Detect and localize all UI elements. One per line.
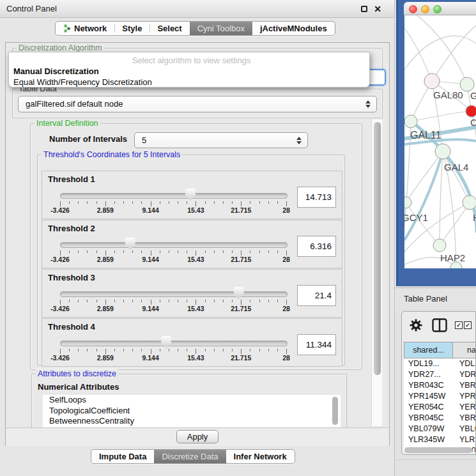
- tab-network[interactable]: Network: [56, 22, 114, 35]
- tick-label: 9.144: [142, 354, 158, 362]
- scrollbar-thumb[interactable]: [374, 122, 381, 375]
- network-node-label: GAL11: [410, 130, 441, 141]
- slider-track[interactable]: [60, 291, 288, 297]
- table-data-combobox[interactable]: galFiltered.sif default node: [18, 96, 377, 112]
- tab-discretize-data[interactable]: Discretize Data: [154, 450, 226, 463]
- apply-bar: Apply: [6, 427, 389, 446]
- interval-definition-group: Interval Definition Number of Intervals …: [30, 123, 362, 370]
- network-edge[interactable]: [404, 28, 432, 81]
- network-graph[interactable]: GAL80GACGAL11GAL4GCY1HHAP2: [404, 15, 476, 268]
- table-row[interactable]: YPR145WYPR1: [404, 391, 476, 402]
- settings-scroll-viewport: Interval Definition Number of Intervals …: [6, 118, 371, 427]
- dropdown-item-placeholder[interactable]: Select algorithm to view settings: [9, 55, 369, 66]
- network-canvas[interactable]: GAL80GACGAL11GAL4GCY1HHAP2: [404, 15, 476, 268]
- tab-cyni-toolbox[interactable]: Cyni Toolbox: [190, 22, 252, 35]
- slider-thumb[interactable]: [125, 238, 135, 250]
- network-node[interactable]: [463, 196, 476, 210]
- column-header-name[interactable]: na: [453, 342, 476, 358]
- slider-thumb[interactable]: [161, 336, 171, 348]
- list-item[interactable]: TopologicalCoefficient: [43, 406, 341, 417]
- tick-label: -3.426: [50, 206, 70, 214]
- tab-infer-network[interactable]: Infer Network: [226, 450, 295, 463]
- tick-label: -3.426: [50, 305, 70, 312]
- network-node[interactable]: [466, 105, 476, 117]
- tab-impute-data[interactable]: Impute Data: [91, 450, 154, 463]
- close-traffic-light[interactable]: [409, 5, 417, 13]
- threshold-2-slider[interactable]: -3.426 2.859 9.144 15.43 21.715 28: [60, 220, 286, 268]
- threshold-3-value-field[interactable]: 21.4: [297, 285, 336, 306]
- apply-button[interactable]: Apply: [176, 430, 219, 443]
- panel-title: Control Panel: [6, 0, 57, 18]
- network-edge[interactable]: [443, 151, 470, 203]
- settings-vertical-scrollbar[interactable]: [371, 119, 382, 426]
- network-node[interactable]: [460, 77, 474, 91]
- network-node[interactable]: [424, 73, 440, 89]
- network-node[interactable]: [433, 239, 446, 252]
- table-row[interactable]: YDR27...YDR2: [404, 369, 476, 380]
- slider-track[interactable]: [60, 242, 288, 248]
- slider-thumb[interactable]: [185, 188, 196, 201]
- network-node[interactable]: [404, 197, 411, 208]
- tick-label: -3.426: [50, 256, 70, 263]
- zoom-traffic-light[interactable]: [433, 5, 441, 13]
- slider-thumb[interactable]: [234, 287, 244, 299]
- network-node[interactable]: [435, 144, 450, 159]
- minimize-traffic-light[interactable]: [421, 5, 429, 13]
- control-panel: Control Panel ✕ Network Style Select Cyn…: [0, 0, 395, 476]
- threshold-3-slider[interactable]: -3.426 2.859 9.144 15.43 21.715 28: [60, 270, 286, 317]
- table-row[interactable]: YLR345WYLR3: [404, 434, 476, 445]
- threshold-1-slider[interactable]: -3.426 2.859 9.144 15.43 21.715 28: [60, 171, 286, 219]
- table-row[interactable]: YBL079WYBL0: [404, 424, 476, 434]
- network-edge[interactable]: [411, 111, 472, 121]
- list-scrollbar-thumb[interactable]: [332, 397, 338, 425]
- network-node-label: HAP2: [440, 252, 465, 263]
- dropdown-item-manual-discretization[interactable]: Manual Discretization: [9, 66, 369, 77]
- network-window-titlebar[interactable]: [404, 2, 476, 15]
- table-header-row: shared... na: [404, 342, 476, 358]
- slider-ticks: [60, 349, 286, 355]
- network-edge[interactable]: [406, 151, 443, 203]
- threshold-2-value-field[interactable]: 6.316: [297, 236, 336, 257]
- threshold-4-value-field[interactable]: 11.344: [297, 334, 336, 355]
- split-columns-icon[interactable]: [432, 318, 447, 332]
- table-row[interactable]: YER054CYER0: [404, 402, 476, 413]
- table-row[interactable]: YBR043CYBR0: [404, 380, 476, 391]
- tab-select[interactable]: Select: [150, 22, 189, 35]
- network-edge[interactable]: [440, 151, 443, 245]
- network-edge[interactable]: [404, 36, 476, 70]
- network-edge[interactable]: [440, 203, 470, 245]
- thresholds-group-title: Threshold's Coordinates for 5 Intervals: [42, 150, 182, 159]
- control-panel-titlebar: Control Panel ✕: [0, 0, 394, 18]
- table-row[interactable]: YBR045CYBR0: [404, 413, 476, 424]
- tab-style[interactable]: Style: [114, 22, 150, 35]
- tick-label: 2.859: [97, 256, 114, 263]
- threshold-2-panel: Threshold 2 -3.426 2.859 9.144 15.43 21.…: [42, 220, 342, 268]
- list-item[interactable]: BetweennessCentrality: [43, 416, 341, 427]
- interval-definition-group-title: Interval Definition: [35, 119, 100, 128]
- slider-track[interactable]: [60, 193, 288, 199]
- dropdown-item-equal-width-frequency[interactable]: Equal Width/Frequency Discretization: [9, 77, 369, 88]
- close-icon[interactable]: ✕: [374, 4, 381, 14]
- number-of-intervals-spinner[interactable]: 5: [134, 132, 308, 148]
- threshold-4-slider[interactable]: -3.426 2.859 9.144 15.43 21.715 28: [60, 319, 286, 366]
- threshold-1-value-field[interactable]: 14.713: [297, 187, 336, 208]
- tick-label: 9.144: [142, 305, 158, 312]
- slider-ticks: [60, 250, 286, 256]
- network-edge[interactable]: [432, 25, 476, 81]
- float-window-icon[interactable]: [361, 6, 367, 12]
- application-window: Control Panel ✕ Network Style Select Cyn…: [0, 0, 476, 476]
- column-header-shared-name[interactable]: shared...: [404, 342, 453, 358]
- threshold-1-panel: Threshold 1 -3.426 2.859 9.144 15.43 21.…: [42, 171, 342, 219]
- settings-gear-icon[interactable]: [410, 319, 422, 332]
- network-node[interactable]: [404, 115, 417, 128]
- table-horizontal-scrollbar-thumb[interactable]: [404, 447, 472, 453]
- slider-track[interactable]: [60, 341, 288, 346]
- checkbox-pair-icon[interactable]: ✓ ✓: [455, 321, 472, 329]
- tick-label: 2.859: [97, 354, 114, 362]
- tick-label: 15.43: [187, 206, 204, 214]
- tick-label: 21.715: [231, 305, 251, 312]
- table-row[interactable]: YDL19...YDL1: [404, 358, 476, 369]
- network-edge[interactable]: [417, 15, 467, 84]
- list-item[interactable]: SelfLoops: [43, 395, 341, 406]
- tab-jactivemnodules[interactable]: jActiveMNodules: [252, 22, 335, 35]
